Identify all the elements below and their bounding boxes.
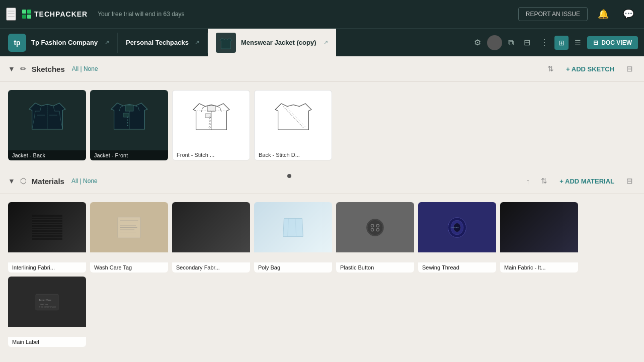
material-card-main-label[interactable]: Twenty Three Of All Time IN THE HISTORY … <box>8 277 86 347</box>
pencil-icon: ✏ <box>20 64 27 73</box>
materials-export-button[interactable]: ↑ <box>523 175 533 188</box>
logo-text: TECHPACKER <box>34 10 88 18</box>
material-img-button <box>336 202 414 252</box>
sketches-filter: All | None <box>72 65 98 72</box>
material-img-polybag <box>254 202 332 252</box>
filter-button[interactable]: ⊟ <box>520 35 534 50</box>
grid-view-button[interactable]: ⊞ <box>554 36 569 50</box>
report-issue-button[interactable]: REPORT AN ISSUE <box>518 7 588 21</box>
material-label-polybag: Poly Bag <box>254 262 332 273</box>
sketch-img-jacket-front <box>90 90 168 140</box>
svg-rect-1 <box>123 113 129 117</box>
sketch-card-jacket-front[interactable]: Jacket - Front <box>90 90 168 160</box>
sketches-toggle[interactable]: ▼ <box>8 65 15 73</box>
material-img-main-fabric <box>500 202 578 252</box>
breadcrumb-actions: ⚙ ⧉ ⊟ ⋮ ⊞ ☰ ⊟ DOC VIEW <box>470 35 644 50</box>
list-view-button[interactable]: ☰ <box>571 36 585 50</box>
sketches-filter-button[interactable]: ⊟ <box>623 62 636 75</box>
main-content: ▼ ✏ Sketches All | None ⇅ + ADD SKETCH ⊟ <box>0 56 644 362</box>
material-img-interlining <box>8 202 86 252</box>
add-material-button[interactable]: + ADD MATERIAL <box>555 175 618 187</box>
add-sketch-button[interactable]: + ADD SKETCH <box>562 63 618 75</box>
sketches-section: ▼ ✏ Sketches All | None ⇅ + ADD SKETCH ⊟ <box>0 56 644 168</box>
sketch-label-front-stitch: Front - Stitch ... <box>173 150 250 160</box>
material-img-wash-care <box>90 202 168 252</box>
sketches-grid: Jacket - Back <box>0 82 644 168</box>
sketch-card-front-stitch[interactable]: Front - Stitch ... <box>172 90 250 160</box>
sketch-img-jacket-back <box>8 90 86 140</box>
material-card-main-fabric[interactable]: Main Fabric - It... <box>500 202 578 273</box>
sketch-label-jacket-back: Jacket - Back <box>8 150 86 160</box>
material-label-wash-care: Wash Care Tag <box>90 262 168 273</box>
top-navigation: ☰ TECHPACKER Your free trial will end in… <box>0 0 644 28</box>
materials-header: ▼ ⬡ Materials All | None ↑ ⇅ + ADD MATER… <box>0 168 644 194</box>
svg-text:Of All Time: Of All Time <box>40 303 48 305</box>
sketch-label-back-stitch: Back - Stitch D... <box>255 150 332 160</box>
jacket-name: Menswear Jacket (copy) <box>241 39 316 46</box>
techpack-name: Personal Techpacks <box>126 39 189 46</box>
material-card-polybag[interactable]: Poly Bag <box>254 202 332 273</box>
sketches-title: Sketches <box>32 65 65 73</box>
company-breadcrumb[interactable]: tp Tp Fashion Company ↗ <box>0 29 117 56</box>
back-stitch-svg <box>273 96 313 136</box>
layers-button[interactable]: ⧉ <box>504 35 518 50</box>
material-card-button[interactable]: Plastic Button <box>336 202 414 273</box>
material-label-button: Plastic Button <box>336 262 414 273</box>
company-name: Tp Fashion Company <box>31 39 98 46</box>
hamburger-menu-button[interactable]: ☰ <box>6 8 16 21</box>
company-link-icon: ↗ <box>105 39 109 46</box>
logo-icon <box>22 10 31 19</box>
materials-filter-button[interactable]: ⊟ <box>623 174 636 188</box>
jacket-link-icon: ↗ <box>324 39 328 46</box>
sketches-sort-button[interactable]: ⇅ <box>544 62 557 75</box>
material-label-thread: Sewing Thread <box>418 262 496 273</box>
material-label-main-fabric: Main Fabric - It... <box>500 262 578 273</box>
chat-button[interactable]: 💬 <box>619 7 638 22</box>
settings-button[interactable]: ⚙ <box>470 35 485 50</box>
sketch-card-jacket-back[interactable]: Jacket - Back <box>8 90 86 160</box>
jacket-thumb-svg <box>218 35 234 51</box>
material-img-main-label: Twenty Three Of All Time IN THE HISTORY … <box>8 277 86 327</box>
button-svg <box>361 216 389 239</box>
techpack-breadcrumb[interactable]: Personal Techpacks ↗ <box>118 29 207 56</box>
material-label-secondary: Secondary Fabr... <box>172 262 250 273</box>
material-img-thread: THREAD <box>418 202 496 252</box>
sketch-img-front-stitch <box>173 90 250 141</box>
material-card-wash-care[interactable]: Wash Care Tag <box>90 202 168 273</box>
materials-section: ▼ ⬡ Materials All | None ↑ ⇅ + ADD MATER… <box>0 168 644 355</box>
materials-grid: Interlining Fabri... Wash Care Tag <box>0 194 644 355</box>
polybag-svg <box>279 216 307 239</box>
notifications-button[interactable]: 🔔 <box>594 7 613 22</box>
materials-title: Materials <box>32 177 64 186</box>
svg-point-5 <box>127 125 128 126</box>
svg-text:IN THE HISTORY OF LUCK: IN THE HISTORY OF LUCK <box>39 306 56 308</box>
material-card-interlining[interactable]: Interlining Fabri... <box>8 202 86 273</box>
svg-rect-6 <box>207 106 215 111</box>
material-card-secondary[interactable]: Secondary Fabr... <box>172 202 250 273</box>
company-info: Tp Fashion Company <box>31 39 98 46</box>
logo-sq-1 <box>22 10 26 14</box>
svg-point-4 <box>127 122 128 123</box>
svg-text:THREAD: THREAD <box>451 227 459 229</box>
materials-toggle[interactable]: ▼ <box>8 177 15 185</box>
materials-filter: All | None <box>71 177 98 185</box>
sketch-card-back-stitch[interactable]: Back - Stitch D... <box>254 90 332 160</box>
company-badge: tp <box>8 34 26 52</box>
jacket-thumbnail <box>216 33 236 53</box>
layers-icon: ⊟ <box>593 39 598 46</box>
material-label-interlining: Interlining Fabri... <box>8 262 86 273</box>
logo-area: TECHPACKER <box>22 10 88 19</box>
materials-sort-button[interactable]: ⇅ <box>538 174 550 188</box>
svg-point-3 <box>127 119 128 120</box>
jacket-tab[interactable]: Menswear Jacket (copy) ↗ <box>208 29 336 56</box>
svg-point-32 <box>367 220 383 235</box>
doc-view-button[interactable]: ⊟ DOC VIEW <box>587 36 638 49</box>
front-stitch-svg <box>191 96 231 136</box>
material-card-thread[interactable]: THREAD Sewing Thread <box>418 202 496 273</box>
cube-icon: ⬡ <box>20 176 27 186</box>
bell-icon: 🔔 <box>598 9 609 19</box>
wash-tag-svg <box>115 216 143 239</box>
jacket-front-svg <box>109 95 149 135</box>
more-options-button[interactable]: ⋮ <box>536 35 552 50</box>
avatar <box>487 35 502 50</box>
